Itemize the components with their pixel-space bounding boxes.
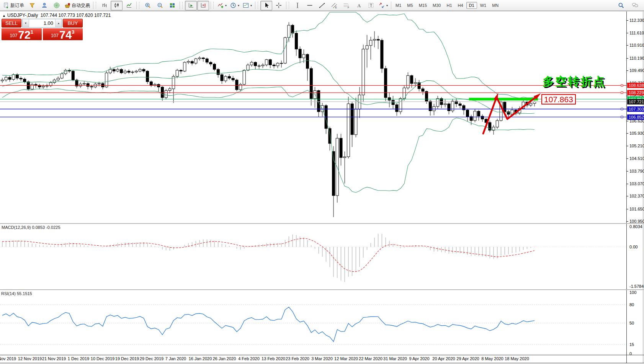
volume-value[interactable]: 1.00 — [29, 19, 55, 27]
price-tick-mark — [626, 45, 628, 46]
price-tick-label: 105.930 — [629, 131, 644, 135]
date-tick-label: 12 Nov 2019 — [18, 356, 42, 361]
buy-price-pip: 3 — [72, 29, 74, 35]
search-icon — [618, 2, 624, 8]
date-tick-label: 9 Apr 2020 — [409, 356, 429, 361]
toolbar-separator — [255, 2, 255, 9]
rsi-tick-label: 100 — [629, 290, 636, 295]
templates-button[interactable]: ▾ — [241, 1, 253, 10]
fibonacci-button[interactable]: F — [340, 1, 352, 10]
date-tick-label: 7 Jan 2020 — [165, 356, 186, 361]
profile-button[interactable] — [38, 1, 50, 10]
auto-scroll-button[interactable] — [185, 1, 197, 10]
sell-button[interactable]: SELL — [2, 19, 21, 28]
chevron-down-icon[interactable]: ▾ — [386, 4, 388, 7]
buy-price-big: 74 — [59, 30, 72, 40]
date-tick-label: 23 Feb 2020 — [286, 356, 309, 361]
zoom-out-button[interactable] — [154, 1, 166, 10]
panel-splitter[interactable] — [0, 289, 644, 290]
price-tick-mark — [626, 158, 628, 159]
channel-button[interactable]: E — [328, 1, 340, 10]
date-tick-label: 3 Mar 2020 — [311, 356, 333, 361]
hline-button[interactable] — [304, 1, 315, 10]
sell-price-pip: 1 — [31, 29, 33, 35]
new-order-button-label: 新订单 — [10, 2, 24, 9]
arrows-icon — [379, 2, 385, 8]
volume-stepper: ▾ 1.00 ▴ — [22, 19, 62, 28]
volume-decrease-button[interactable]: ▾ — [23, 19, 29, 27]
timeframe-m30-button[interactable]: M30 — [430, 2, 443, 9]
price-tick-mark — [626, 209, 628, 209]
toolbar-grip — [213, 2, 215, 9]
auto-trading-button-label: 自动交易 — [72, 2, 90, 9]
timeframe-m5-button[interactable]: M5 — [404, 2, 415, 9]
trendline-button[interactable] — [316, 1, 328, 10]
text-button[interactable]: A — [353, 1, 364, 10]
new-order-button[interactable]: 新订单 — [2, 1, 26, 10]
price-tick-label: 103.070 — [629, 181, 644, 186]
cursor-icon — [263, 2, 270, 8]
chart-shift-button[interactable] — [197, 1, 209, 10]
alert-button[interactable] — [26, 1, 38, 10]
shift-icon — [200, 2, 206, 8]
timeframe-mn-button[interactable]: MN — [489, 2, 501, 9]
zoom-in-icon — [145, 2, 151, 8]
date-tick-label: 1 Dec 2019 — [68, 356, 89, 361]
macd-tick-label: -1.5784 — [629, 284, 644, 289]
price-tick-label: 111.610 — [629, 31, 644, 35]
macd-panel-canvas[interactable] — [0, 224, 626, 289]
chat-icon — [632, 2, 638, 8]
vline-button[interactable] — [291, 1, 303, 10]
volume-increase-button[interactable]: ▴ — [55, 19, 62, 27]
buy-price-tile[interactable]: 107 74 3 — [43, 28, 83, 40]
trend-turning-point-annotation[interactable]: 多空转折点 — [543, 74, 606, 90]
auto-trading-button[interactable]: 自动交易 — [63, 1, 92, 10]
price-tick-label: 112.330 — [629, 18, 644, 23]
panel-splitter[interactable] — [0, 223, 644, 224]
timeframe-m15-button[interactable]: M15 — [416, 2, 430, 9]
vline-icon — [294, 2, 301, 8]
timeframe-d1-button[interactable]: D1 — [466, 2, 477, 9]
tiles-icon — [169, 2, 175, 8]
date-tick-label: 29 Dec 2019 — [140, 356, 163, 361]
bar-chart-button[interactable] — [98, 1, 110, 10]
chevron-down-icon[interactable]: ▾ — [225, 4, 227, 7]
price-tick-mark — [626, 184, 628, 184]
crosshair-button[interactable] — [273, 1, 284, 10]
candle-chart-button[interactable] — [111, 1, 123, 10]
rsi-panel-canvas[interactable] — [0, 290, 626, 354]
price-level-tag: 108.229 — [627, 90, 644, 95]
news-button[interactable] — [51, 1, 62, 10]
timeframe-h4-button[interactable]: H4 — [455, 2, 466, 9]
search-button[interactable] — [615, 1, 627, 10]
chart-symbol-period: USDJPY-,Daily — [7, 13, 38, 18]
person-icon — [41, 2, 47, 8]
chevron-down-icon[interactable]: ▾ — [250, 4, 252, 7]
rsi-value: 55.1515 — [17, 291, 32, 296]
date-tick-label: 22 Mar 2020 — [359, 356, 382, 361]
chevron-down-icon[interactable]: ▾ — [238, 4, 239, 7]
zoom-in-button[interactable] — [142, 1, 154, 10]
line-chart-button[interactable] — [123, 1, 135, 10]
arrows-button[interactable]: ▾ — [377, 1, 389, 10]
label-button[interactable]: T — [365, 1, 377, 10]
svg-text:F: F — [348, 6, 349, 9]
timeframe-h1-button[interactable]: H1 — [444, 2, 454, 9]
sell-price-tile[interactable]: 107 72 1 — [2, 28, 42, 40]
price-tick-mark — [626, 196, 628, 196]
periods-button[interactable]: ▾ — [229, 1, 241, 10]
timeframe-m1-button[interactable]: M1 — [393, 2, 404, 9]
price-chart-canvas[interactable] — [0, 11, 626, 223]
cursor-button[interactable] — [260, 1, 272, 10]
indicators-button[interactable]: ▾ — [216, 1, 228, 10]
tile-windows-button[interactable] — [166, 1, 178, 10]
buy-button[interactable]: BUY — [63, 19, 83, 28]
price-level-callout[interactable]: 107.863 — [541, 94, 576, 104]
timeframe-w1-button[interactable]: W1 — [477, 2, 489, 9]
date-tick-label: 19 Dec 2019 — [115, 356, 139, 361]
rsi-tick-label: 50 — [629, 321, 634, 325]
macd-label: MACD(12,26,9) 0.0853 -0.0225 — [2, 225, 60, 230]
chat-button[interactable] — [629, 1, 641, 10]
doc-plus-icon — [3, 2, 9, 8]
chart-collapse-icon[interactable]: ▲ — [2, 14, 6, 18]
